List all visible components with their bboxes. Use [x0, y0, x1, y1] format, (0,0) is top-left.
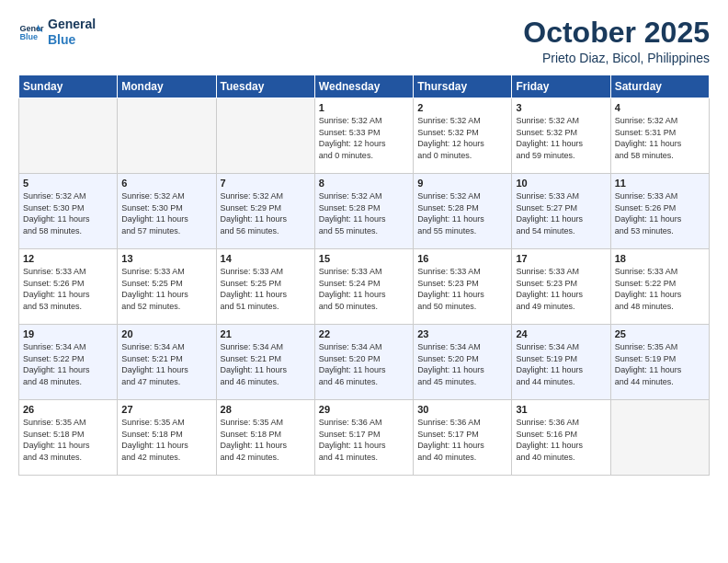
day-info: Sunrise: 5:34 AM Sunset: 5:22 PM Dayligh… — [23, 341, 113, 387]
day-info: Sunrise: 5:32 AM Sunset: 5:30 PM Dayligh… — [23, 190, 113, 236]
calendar-cell: 19Sunrise: 5:34 AM Sunset: 5:22 PM Dayli… — [19, 325, 118, 400]
day-info: Sunrise: 5:33 AM Sunset: 5:26 PM Dayligh… — [23, 266, 113, 312]
day-number: 14 — [221, 253, 311, 264]
day-info: Sunrise: 5:35 AM Sunset: 5:18 PM Dayligh… — [221, 417, 311, 463]
day-info: Sunrise: 5:32 AM Sunset: 5:32 PM Dayligh… — [516, 115, 606, 161]
day-info: Sunrise: 5:34 AM Sunset: 5:21 PM Dayligh… — [121, 341, 211, 387]
week-row-5: 26Sunrise: 5:35 AM Sunset: 5:18 PM Dayli… — [19, 400, 710, 476]
calendar-cell — [216, 98, 314, 174]
weekday-friday: Friday — [512, 75, 610, 98]
location: Prieto Diaz, Bicol, Philippines — [523, 51, 710, 65]
day-info: Sunrise: 5:33 AM Sunset: 5:25 PM Dayligh… — [221, 266, 311, 312]
calendar-cell: 5Sunrise: 5:32 AM Sunset: 5:30 PM Daylig… — [19, 174, 118, 249]
logo-text-general: General — [48, 17, 96, 32]
month-title: October 2025 — [523, 17, 710, 49]
calendar-cell: 15Sunrise: 5:33 AM Sunset: 5:24 PM Dayli… — [314, 249, 413, 325]
calendar-cell: 9Sunrise: 5:32 AM Sunset: 5:28 PM Daylig… — [414, 174, 512, 249]
calendar-cell: 16Sunrise: 5:33 AM Sunset: 5:23 PM Dayli… — [414, 249, 512, 325]
svg-text:General: General — [19, 23, 44, 32]
logo: General Blue General Blue — [18, 17, 96, 48]
day-info: Sunrise: 5:34 AM Sunset: 5:20 PM Dayligh… — [417, 341, 507, 387]
day-info: Sunrise: 5:33 AM Sunset: 5:25 PM Dayligh… — [121, 266, 211, 312]
logo-text-blue: Blue — [48, 32, 96, 48]
calendar-cell: 23Sunrise: 5:34 AM Sunset: 5:20 PM Dayli… — [414, 325, 512, 400]
calendar-cell: 7Sunrise: 5:32 AM Sunset: 5:29 PM Daylig… — [216, 174, 314, 249]
calendar-cell: 27Sunrise: 5:35 AM Sunset: 5:18 PM Dayli… — [118, 400, 216, 476]
calendar-cell: 29Sunrise: 5:36 AM Sunset: 5:17 PM Dayli… — [314, 400, 413, 476]
weekday-sunday: Sunday — [19, 75, 118, 98]
day-number: 22 — [319, 328, 409, 339]
day-info: Sunrise: 5:32 AM Sunset: 5:28 PM Dayligh… — [417, 190, 507, 236]
day-info: Sunrise: 5:32 AM Sunset: 5:32 PM Dayligh… — [417, 115, 507, 161]
calendar-cell — [19, 98, 118, 174]
calendar-cell: 21Sunrise: 5:34 AM Sunset: 5:21 PM Dayli… — [216, 325, 314, 400]
calendar-cell — [610, 400, 709, 476]
day-info: Sunrise: 5:36 AM Sunset: 5:17 PM Dayligh… — [417, 417, 507, 463]
svg-text:Blue: Blue — [19, 32, 38, 41]
week-row-1: 1Sunrise: 5:32 AM Sunset: 5:33 PM Daylig… — [19, 98, 710, 174]
calendar: SundayMondayTuesdayWednesdayThursdayFrid… — [18, 75, 710, 476]
day-number: 21 — [221, 328, 311, 339]
day-number: 18 — [615, 253, 705, 264]
day-number: 12 — [23, 253, 113, 264]
day-info: Sunrise: 5:35 AM Sunset: 5:18 PM Dayligh… — [121, 417, 211, 463]
calendar-cell: 30Sunrise: 5:36 AM Sunset: 5:17 PM Dayli… — [414, 400, 512, 476]
weekday-wednesday: Wednesday — [314, 75, 413, 98]
day-info: Sunrise: 5:32 AM Sunset: 5:33 PM Dayligh… — [319, 115, 409, 161]
day-number: 16 — [417, 253, 507, 264]
calendar-cell: 11Sunrise: 5:33 AM Sunset: 5:26 PM Dayli… — [610, 174, 709, 249]
day-number: 3 — [516, 102, 606, 113]
day-number: 10 — [516, 178, 606, 189]
calendar-cell: 14Sunrise: 5:33 AM Sunset: 5:25 PM Dayli… — [216, 249, 314, 325]
day-number: 9 — [417, 178, 507, 189]
calendar-cell: 2Sunrise: 5:32 AM Sunset: 5:32 PM Daylig… — [414, 98, 512, 174]
day-number: 30 — [417, 404, 507, 415]
day-number: 25 — [615, 328, 705, 339]
day-info: Sunrise: 5:32 AM Sunset: 5:30 PM Dayligh… — [121, 190, 211, 236]
weekday-thursday: Thursday — [414, 75, 512, 98]
calendar-cell: 1Sunrise: 5:32 AM Sunset: 5:33 PM Daylig… — [314, 98, 413, 174]
day-info: Sunrise: 5:33 AM Sunset: 5:27 PM Dayligh… — [516, 190, 606, 236]
day-number: 19 — [23, 328, 113, 339]
calendar-cell: 24Sunrise: 5:34 AM Sunset: 5:19 PM Dayli… — [512, 325, 610, 400]
calendar-cell — [118, 98, 216, 174]
calendar-cell: 26Sunrise: 5:35 AM Sunset: 5:18 PM Dayli… — [19, 400, 118, 476]
day-number: 27 — [121, 404, 211, 415]
calendar-cell: 25Sunrise: 5:35 AM Sunset: 5:19 PM Dayli… — [610, 325, 709, 400]
day-number: 20 — [121, 328, 211, 339]
week-row-3: 12Sunrise: 5:33 AM Sunset: 5:26 PM Dayli… — [19, 249, 710, 325]
day-number: 13 — [121, 253, 211, 264]
calendar-cell: 17Sunrise: 5:33 AM Sunset: 5:23 PM Dayli… — [512, 249, 610, 325]
calendar-cell: 22Sunrise: 5:34 AM Sunset: 5:20 PM Dayli… — [314, 325, 413, 400]
day-info: Sunrise: 5:36 AM Sunset: 5:16 PM Dayligh… — [516, 417, 606, 463]
day-info: Sunrise: 5:33 AM Sunset: 5:22 PM Dayligh… — [615, 266, 705, 312]
header: General Blue General Blue October 2025 P… — [18, 17, 710, 65]
calendar-cell: 8Sunrise: 5:32 AM Sunset: 5:28 PM Daylig… — [314, 174, 413, 249]
day-info: Sunrise: 5:35 AM Sunset: 5:18 PM Dayligh… — [23, 417, 113, 463]
day-info: Sunrise: 5:33 AM Sunset: 5:23 PM Dayligh… — [417, 266, 507, 312]
weekday-monday: Monday — [118, 75, 216, 98]
day-info: Sunrise: 5:32 AM Sunset: 5:31 PM Dayligh… — [615, 115, 705, 161]
day-number: 15 — [319, 253, 409, 264]
week-row-4: 19Sunrise: 5:34 AM Sunset: 5:22 PM Dayli… — [19, 325, 710, 400]
day-info: Sunrise: 5:35 AM Sunset: 5:19 PM Dayligh… — [615, 341, 705, 387]
day-number: 5 — [23, 178, 113, 189]
weekday-saturday: Saturday — [610, 75, 709, 98]
weekday-tuesday: Tuesday — [216, 75, 314, 98]
calendar-cell: 6Sunrise: 5:32 AM Sunset: 5:30 PM Daylig… — [118, 174, 216, 249]
day-info: Sunrise: 5:33 AM Sunset: 5:26 PM Dayligh… — [615, 190, 705, 236]
day-number: 1 — [319, 102, 409, 113]
day-number: 8 — [319, 178, 409, 189]
day-number: 23 — [417, 328, 507, 339]
logo-icon: General Blue — [18, 19, 44, 45]
day-info: Sunrise: 5:36 AM Sunset: 5:17 PM Dayligh… — [319, 417, 409, 463]
week-row-2: 5Sunrise: 5:32 AM Sunset: 5:30 PM Daylig… — [19, 174, 710, 249]
calendar-cell: 20Sunrise: 5:34 AM Sunset: 5:21 PM Dayli… — [118, 325, 216, 400]
weekday-header-row: SundayMondayTuesdayWednesdayThursdayFrid… — [19, 75, 710, 98]
day-number: 2 — [417, 102, 507, 113]
day-info: Sunrise: 5:34 AM Sunset: 5:21 PM Dayligh… — [221, 341, 311, 387]
calendar-cell: 10Sunrise: 5:33 AM Sunset: 5:27 PM Dayli… — [512, 174, 610, 249]
calendar-cell: 31Sunrise: 5:36 AM Sunset: 5:16 PM Dayli… — [512, 400, 610, 476]
calendar-cell: 4Sunrise: 5:32 AM Sunset: 5:31 PM Daylig… — [610, 98, 709, 174]
day-number: 26 — [23, 404, 113, 415]
